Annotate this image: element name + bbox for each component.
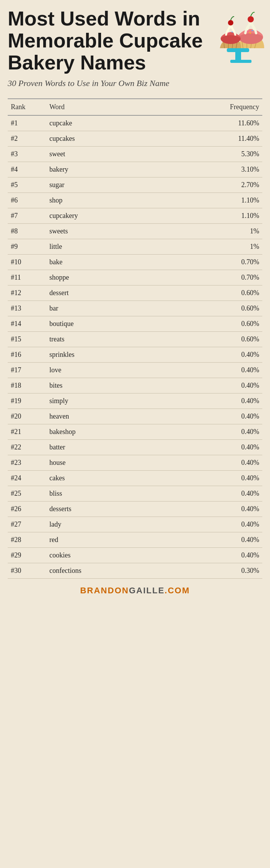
col-header-frequency: Frequency [154,99,262,115]
cell-frequency: 11.60% [154,115,262,131]
cell-frequency: 11.40% [154,131,262,147]
table-row: #7cupcakery1.10% [8,208,262,224]
cell-rank: #7 [8,208,46,224]
cell-frequency: 3.10% [154,162,262,177]
cell-rank: #10 [8,255,46,270]
table-row: #5sugar2.70% [8,177,262,193]
table-row: #8sweets1% [8,224,262,239]
cell-frequency: 0.40% [154,455,262,471]
cell-rank: #18 [8,378,46,393]
table-row: #3sweet5.30% [8,147,262,162]
cell-frequency: 2.70% [154,177,262,193]
main-title: Most Used Words in Memorable Cupcake Bak… [8,8,212,74]
header-section: Most Used Words in Memorable Cupcake Bak… [0,0,270,93]
table-row: #21bakeshop0.40% [8,424,262,440]
cell-rank: #2 [8,131,46,147]
cell-frequency: 0.60% [154,332,262,347]
table-row: #10bake0.70% [8,255,262,270]
cell-frequency: 5.30% [154,147,262,162]
table-row: #18bites0.40% [8,378,262,393]
cell-frequency: 0.60% [154,316,262,332]
cell-rank: #4 [8,162,46,177]
footer-brand-name: BRANDON [80,586,129,595]
cell-frequency: 0.40% [154,471,262,486]
cell-rank: #21 [8,424,46,440]
cell-word: bakeshop [46,424,154,440]
cell-frequency: 0.40% [154,532,262,548]
cell-word: bites [46,378,154,393]
cell-frequency: 1.10% [154,208,262,224]
cell-word: shoppe [46,270,154,285]
data-table: Rank Word Frequency #1cupcake11.60%#2cup… [8,98,262,579]
cell-frequency: 0.70% [154,255,262,270]
cell-rank: #22 [8,440,46,455]
table-row: #4bakery3.10% [8,162,262,177]
cell-word: love [46,363,154,378]
page-wrapper: Most Used Words in Memorable Cupcake Bak… [0,0,270,603]
cell-frequency: 0.40% [154,347,262,363]
cell-rank: #29 [8,548,46,563]
cell-frequency: 0.30% [154,563,262,579]
svg-rect-2 [227,48,249,52]
cell-word: cupcakery [46,208,154,224]
cell-rank: #5 [8,177,46,193]
svg-point-8 [248,16,254,22]
col-header-word: Word [46,99,154,115]
table-row: #26desserts0.40% [8,502,262,517]
table-row: #14boutique0.60% [8,316,262,332]
table-row: #20heaven0.40% [8,409,262,424]
table-header-row: Rank Word Frequency [8,99,262,115]
cell-word: bar [46,301,154,316]
svg-point-17 [228,20,233,25]
cell-rank: #17 [8,363,46,378]
table-section: Rank Word Frequency #1cupcake11.60%#2cup… [0,98,270,579]
cell-word: cupcake [46,115,154,131]
cell-rank: #8 [8,224,46,239]
cell-word: bakery [46,162,154,177]
footer: BRANDONGAILLE.COM [0,579,270,603]
cell-word: cupcakes [46,131,154,147]
table-row: #16sprinkles0.40% [8,347,262,363]
cell-word: little [46,239,154,255]
cell-frequency: 0.40% [154,486,262,502]
cell-frequency: 1% [154,224,262,239]
cell-word: sweet [46,147,154,162]
cell-frequency: 0.40% [154,440,262,455]
cell-word: cookies [46,548,154,563]
cell-word: desserts [46,502,154,517]
cell-word: confections [46,563,154,579]
table-row: #11shoppe0.70% [8,270,262,285]
cell-rank: #16 [8,347,46,363]
cell-word: simply [46,393,154,409]
cell-word: sweets [46,224,154,239]
cell-word: sugar [46,177,154,193]
cell-rank: #28 [8,532,46,548]
cell-word: shop [46,193,154,208]
subtitle: 30 Proven Words to Use in Your Own Biz N… [8,78,262,89]
cell-word: sprinkles [46,347,154,363]
cell-rank: #13 [8,301,46,316]
table-row: #15treats0.60% [8,332,262,347]
cell-rank: #30 [8,563,46,579]
cell-word: bake [46,255,154,270]
footer-gaille-name: GAILLE [129,586,165,595]
cell-word: heaven [46,409,154,424]
cell-rank: #15 [8,332,46,347]
table-row: #12dessert0.60% [8,285,262,301]
cell-rank: #3 [8,147,46,162]
table-row: #2cupcakes11.40% [8,131,262,147]
table-row: #25bliss0.40% [8,486,262,502]
cell-frequency: 0.40% [154,548,262,563]
cell-rank: #23 [8,455,46,471]
footer-dotcom: .COM [165,586,190,595]
cell-rank: #11 [8,270,46,285]
table-row: #22batter0.40% [8,440,262,455]
cell-frequency: 1.10% [154,193,262,208]
table-row: #29cookies0.40% [8,548,262,563]
cell-frequency: 0.40% [154,502,262,517]
table-row: #17love0.40% [8,363,262,378]
table-row: #28red0.40% [8,532,262,548]
cell-frequency: 0.40% [154,363,262,378]
cell-rank: #24 [8,471,46,486]
cell-word: cakes [46,471,154,486]
